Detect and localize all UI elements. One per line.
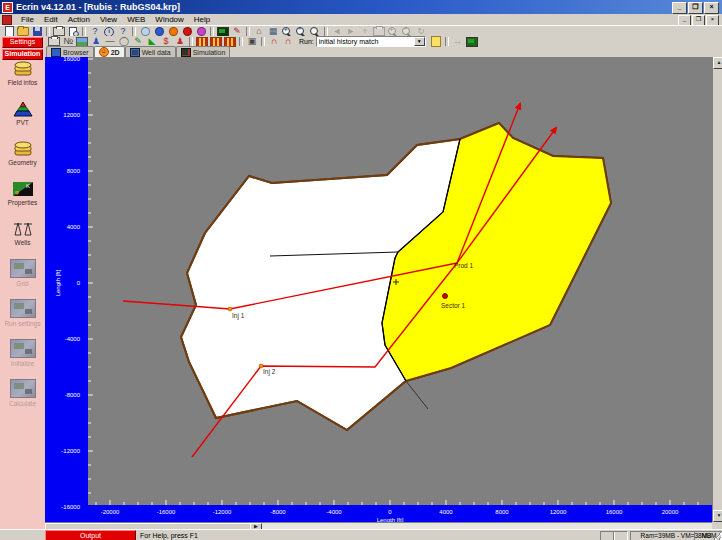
- close-button[interactable]: ×: [704, 2, 719, 14]
- field-map: Prod 1Inj 1Inj 2Sector 1: [88, 57, 712, 505]
- sidebar-item-properties[interactable]: K φ Properties: [0, 173, 45, 213]
- sidebar-item-geometry[interactable]: Geometry: [0, 133, 45, 173]
- title-bar: E Ecrin v4.12.01 - [Rubis : RubGS04.krp]…: [0, 0, 722, 14]
- well-data-grid-icon: [130, 48, 140, 57]
- map-canvas[interactable]: Prod 1Inj 1Inj 2Sector 1: [88, 57, 712, 505]
- status-bar: Output For Help, press F1 Ram=39MB - VM=…: [0, 529, 722, 540]
- copy-icon[interactable]: ▣: [245, 36, 259, 47]
- sidebar-item-field-infos[interactable]: Field infos: [0, 53, 45, 93]
- x-tick-label: -20000: [95, 509, 125, 515]
- y-tick-label: -4000: [47, 336, 80, 342]
- run-settings-thumbnail-icon: [10, 299, 36, 318]
- x-tick-label: -4000: [319, 509, 349, 515]
- x-tick-label: 12000: [543, 509, 573, 515]
- menu-action[interactable]: Action: [63, 15, 95, 24]
- view-tabs: Browser ☺ 2D Well data Simulation: [45, 47, 722, 57]
- status-help-text: For Help, press F1: [140, 532, 198, 539]
- properties-kphi-icon: K φ: [12, 181, 34, 197]
- run-select-value: initial history match: [319, 38, 379, 45]
- svg-text:Inj 1: Inj 1: [232, 312, 245, 320]
- y-tick-label: 8000: [47, 168, 80, 174]
- scrollbar-corner: [712, 522, 722, 529]
- x-tick-label: -16000: [151, 509, 181, 515]
- x-tick-label: 8000: [487, 509, 517, 515]
- sidebar-item-run-settings: Run settings: [0, 293, 45, 333]
- scenario-page-icon[interactable]: [429, 36, 443, 47]
- link-icon: ↔: [451, 36, 465, 47]
- simulation-icon: [181, 48, 191, 57]
- svg-text:Sector 1: Sector 1: [441, 302, 466, 309]
- layers-icon: [13, 61, 33, 77]
- vertical-scrollbar[interactable]: ▲ ▼: [712, 57, 722, 522]
- y-tick-label: -12000: [47, 448, 80, 454]
- y-tick-label: 4000: [47, 224, 80, 230]
- menu-window[interactable]: Window: [150, 15, 188, 24]
- settings-section-button[interactable]: Settings: [2, 37, 43, 48]
- calculate-thumbnail-icon: [10, 379, 36, 398]
- menu-web[interactable]: WEB: [122, 15, 150, 24]
- zoom-curve-icon[interactable]: ∩: [267, 36, 281, 47]
- minimize-button[interactable]: _: [672, 2, 687, 14]
- status-pane-y: [613, 531, 628, 540]
- tab-simulation[interactable]: Simulation: [176, 46, 231, 57]
- smiley-orange-icon: ☺: [99, 47, 109, 57]
- y-tick-label: -16000: [47, 504, 80, 510]
- initialize-thumbnail-icon: [10, 339, 36, 358]
- wells-derrick-icon: [11, 221, 35, 237]
- x-tick-label: 0: [375, 509, 405, 515]
- tab-well-data[interactable]: Well data: [125, 46, 176, 57]
- map-2d-view: Prod 1Inj 1Inj 2Sector 1 -20000-16000-12…: [45, 57, 712, 522]
- resize-grip[interactable]: [712, 531, 722, 540]
- grid-thumbnail-icon: [10, 259, 36, 278]
- restore-button[interactable]: ❐: [688, 2, 703, 14]
- pvt-pyramid-icon: [13, 101, 33, 117]
- zoom-curve-2-icon[interactable]: ∩: [281, 36, 295, 47]
- y-axis-label: Length [ft]: [55, 255, 63, 311]
- sidebar-item-calculate: Calculate: [0, 373, 45, 413]
- y-tick-label: 0: [47, 280, 80, 286]
- y-tick-label: 12000: [47, 112, 80, 118]
- scroll-down-icon[interactable]: ▼: [713, 510, 722, 522]
- layers-icon: [13, 141, 33, 157]
- app-icon: E: [2, 2, 13, 13]
- x-tick-label: 20000: [655, 509, 685, 515]
- x-tick-label: 16000: [599, 509, 629, 515]
- menu-bar: File Edit Action View WEB Window Help: [0, 14, 722, 25]
- svg-text:Prod 1: Prod 1: [454, 262, 474, 269]
- menu-help[interactable]: Help: [189, 15, 215, 24]
- output-button[interactable]: Output: [45, 530, 136, 540]
- tab-2d[interactable]: ☺ 2D: [94, 46, 125, 57]
- svg-text:φ: φ: [15, 189, 19, 195]
- scroll-up-icon[interactable]: ▲: [713, 57, 722, 69]
- ecrin-window: E Ecrin v4.12.01 - [Rubis : RubGS04.krp]…: [0, 0, 722, 540]
- menu-view[interactable]: View: [95, 15, 122, 24]
- sidebar-item-wells[interactable]: Wells: [0, 213, 45, 253]
- run-label: Run:: [299, 38, 314, 45]
- sidebar-item-pvt[interactable]: PVT: [0, 93, 45, 133]
- y-tick-label: -8000: [47, 392, 80, 398]
- tab-browser[interactable]: Browser: [46, 46, 94, 57]
- sidebar-item-initialize: Initialize: [0, 333, 45, 373]
- movie-screen-icon[interactable]: [465, 36, 479, 47]
- svg-text:K: K: [26, 183, 30, 189]
- module-sidebar: Settings Simulation Field infos PVT: [0, 36, 45, 529]
- chevron-down-icon[interactable]: ▼: [414, 37, 425, 46]
- browser-window-icon: [51, 48, 61, 57]
- svg-text:Inj 2: Inj 2: [263, 368, 276, 376]
- x-tick-label: -8000: [263, 509, 293, 515]
- window-title: Ecrin v4.12.01 - [Rubis : RubGS04.krp]: [16, 2, 180, 12]
- menu-edit[interactable]: Edit: [39, 15, 63, 24]
- run-select[interactable]: initial history match ▼: [316, 36, 426, 47]
- y-tick-label: 16000: [47, 57, 80, 62]
- x-tick-label: -12000: [207, 509, 237, 515]
- sidebar-item-grid: Grid: [0, 253, 45, 293]
- x-tick-label: 4000: [431, 509, 461, 515]
- menu-file[interactable]: File: [16, 15, 39, 24]
- document-icon[interactable]: [2, 15, 12, 25]
